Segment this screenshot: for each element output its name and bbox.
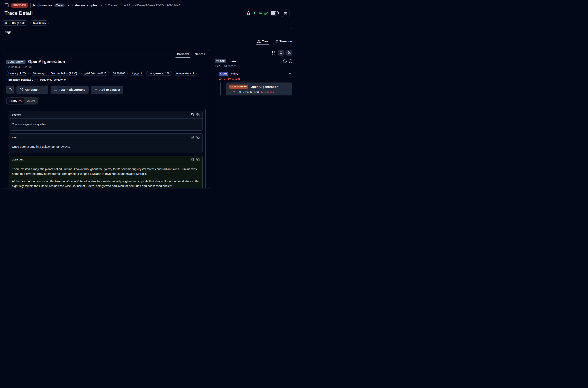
frequency-penalty-badge[interactable]: frequency_penalty: 0 xyxy=(37,77,68,82)
message-tools xyxy=(190,135,200,139)
public-toggle[interactable] xyxy=(271,11,279,15)
message-content: You are a great storyteller. xyxy=(9,119,203,130)
add-to-dataset-button[interactable]: Add to dataset xyxy=(91,86,123,94)
trace-summary-badges: 30 → 100 (Σ 130) $0.000165 xyxy=(0,20,294,25)
content-area: Preview Scores GENERATION OpenAI-generat… xyxy=(0,45,294,189)
public-label: Public xyxy=(253,12,263,15)
system-message-header: system xyxy=(9,111,203,119)
tree-node-trace[interactable]: TRACE main xyxy=(215,59,292,63)
environment-badge[interactable]: PROD-EU xyxy=(11,3,28,8)
collapse-all-button[interactable] xyxy=(278,49,284,56)
user-message-header: user xyxy=(9,134,203,141)
edit-icon xyxy=(20,88,23,91)
chevron-down-icon[interactable] xyxy=(100,4,103,7)
link-icon xyxy=(264,12,268,15)
observation-type-badge: GENERATION xyxy=(6,60,25,64)
generation-metrics: 2.47s 30 → 100 (Σ 130) $0.000165 xyxy=(229,90,290,93)
breadcrumb-project[interactable]: docs-examples xyxy=(75,3,97,7)
format-pretty-option[interactable]: Pretty xyxy=(7,98,24,104)
user-message-card: user Once upon a time in a galaxy far, f… xyxy=(9,133,203,153)
tree-controls xyxy=(215,49,292,56)
format-json-option[interactable]: JSON xyxy=(24,98,37,104)
tab-tree[interactable]: Tree xyxy=(257,40,269,45)
observation-timestamp: 19/03/2024, 15:25:37 xyxy=(6,65,205,69)
breadcrumb-traces[interactable]: Traces xyxy=(108,3,117,7)
observation-title: OpenAI-generation xyxy=(28,59,65,64)
tree-node-generation-selected[interactable]: GENERATION OpenAI-generation 2.47s 30 → … xyxy=(226,82,292,96)
panel-tabs: Preview Scores xyxy=(2,49,210,58)
annotate-dropdown-button[interactable] xyxy=(41,86,48,94)
generation-latency: 2.47s xyxy=(229,90,235,93)
expand-all-icon[interactable] xyxy=(283,59,287,63)
cost-badge[interactable]: $0.000165 xyxy=(111,71,128,76)
terminal-icon xyxy=(54,88,57,91)
annotate-button-group: Annotate xyxy=(17,86,48,94)
tab-tree-label: Tree xyxy=(262,40,269,43)
tags-label: Tags xyxy=(5,30,12,34)
message-role: system xyxy=(12,113,21,116)
token-usage-badge[interactable]: 30 prompt → 100 completion (Σ 130) xyxy=(30,71,80,76)
span-latency: 2.47s xyxy=(219,77,225,80)
message-content: Once upon a time in a galaxy far, far aw… xyxy=(9,141,203,153)
percent-icon xyxy=(288,51,291,54)
chevron-down-icon[interactable] xyxy=(67,4,70,7)
temperature-badge[interactable]: temperature: 1 xyxy=(174,71,197,76)
delete-trace-button[interactable] xyxy=(282,9,290,17)
tab-timeline[interactable]: Timeline xyxy=(274,40,292,45)
message-role: assistant xyxy=(12,158,23,161)
pretty-label: Pretty xyxy=(9,99,17,102)
generation-name: OpenAI-generation xyxy=(251,85,278,88)
star-icon[interactable] xyxy=(246,11,251,15)
award-icon[interactable] xyxy=(271,50,276,55)
annotate-button[interactable]: Annotate xyxy=(17,86,41,94)
trace-name: main xyxy=(229,59,236,63)
sidebar-toggle-icon[interactable] xyxy=(4,3,9,7)
trash-icon xyxy=(284,12,287,15)
copy-icon[interactable] xyxy=(196,113,200,117)
title-row: Trace Detail Public xyxy=(0,8,294,20)
span-row[interactable]: SPAN story xyxy=(219,72,292,76)
span-children: GENERATION OpenAI-generation 2.47s 30 → … xyxy=(220,82,292,96)
presence-penalty-badge[interactable]: presence_penalty: 0 xyxy=(6,77,36,82)
copy-icon[interactable] xyxy=(196,158,200,161)
actions-row: Annotate Test in playground Add to data xyxy=(6,86,205,94)
observation-panel: Preview Scores GENERATION OpenAI-generat… xyxy=(2,49,210,189)
markdown-toggle-icon[interactable] xyxy=(190,135,194,139)
test-in-playground-button[interactable]: Test in playground xyxy=(51,86,89,94)
breadcrumb-org[interactable]: langfuse-dev xyxy=(33,3,52,7)
latency-badge[interactable]: Latency: 2.47s xyxy=(6,71,29,76)
param-badges-row1: Latency: 2.47s 30 prompt → 100 completio… xyxy=(6,71,205,76)
comment-icon xyxy=(8,88,12,92)
trace-type-badge: TRACE xyxy=(215,59,226,63)
markdown-toggle-icon[interactable] xyxy=(190,158,194,161)
comment-button[interactable] xyxy=(6,86,14,94)
annotate-label: Annotate xyxy=(25,88,38,91)
chevron-down-icon xyxy=(43,88,46,91)
org-type-badge: Team xyxy=(54,3,65,7)
copy-icon[interactable] xyxy=(196,136,200,139)
divider xyxy=(30,3,31,8)
breadcrumb-separator: / xyxy=(105,3,106,7)
collapse-node-icon[interactable] xyxy=(289,72,292,75)
span-name: story xyxy=(231,72,238,75)
cost-badge[interactable]: $0.000165 xyxy=(30,20,49,25)
assistant-message-card: assistant There existed a majestic plane… xyxy=(9,156,203,189)
metrics-toggle-button[interactable] xyxy=(286,49,292,56)
model-badge[interactable]: gpt-3.5-turbo-0125 xyxy=(81,71,109,76)
breadcrumb-separator: / xyxy=(72,3,73,7)
tags-section[interactable]: Tags xyxy=(2,28,292,36)
observation-heading: GENERATION OpenAI-generation xyxy=(6,59,205,64)
sparkles-icon xyxy=(19,99,22,102)
collapse-icon[interactable] xyxy=(289,59,292,63)
markdown-toggle-icon[interactable] xyxy=(190,113,194,117)
token-usage-badge[interactable]: 30 → 100 (Σ 130) xyxy=(2,20,28,25)
top-p-badge[interactable]: top_p: 1 xyxy=(130,71,145,76)
max-tokens-badge[interactable]: max_tokens: 100 xyxy=(146,71,172,76)
public-share-link[interactable]: Public xyxy=(253,12,268,15)
io-messages-box: system You are a great storyteller. user xyxy=(6,108,205,189)
chevrons-collapse-icon xyxy=(279,51,283,54)
tab-preview[interactable]: Preview xyxy=(177,52,189,58)
param-badges-row2: presence_penalty: 0 frequency_penalty: 0 xyxy=(6,77,205,82)
tab-scores[interactable]: Scores xyxy=(195,52,205,58)
trace-detail-page: PROD-EU langfuse-dev Team / docs-example… xyxy=(0,0,294,194)
